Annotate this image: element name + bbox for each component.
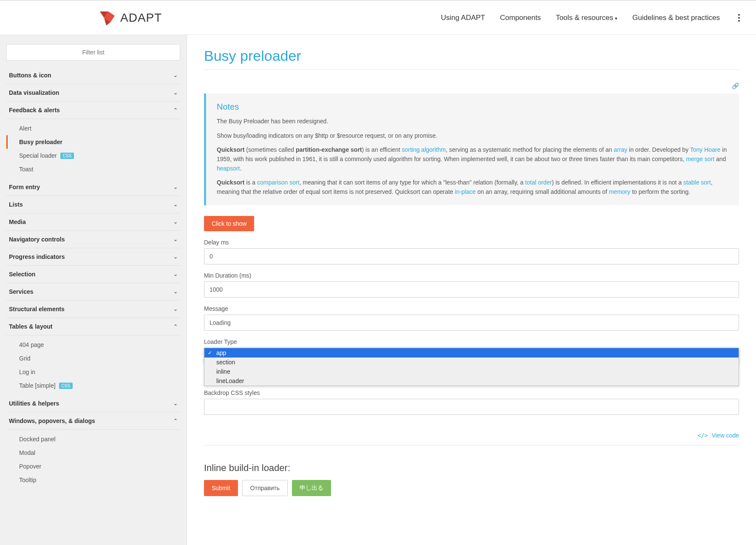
nav-tools-resources[interactable]: Tools & resources [556, 14, 617, 22]
sidebar-item-toast[interactable]: Toast [6, 162, 180, 176]
filter-input[interactable] [6, 44, 180, 60]
sidebar-item-modal[interactable]: Modal [6, 446, 180, 460]
backdrop-input[interactable] [204, 399, 739, 415]
link-memory[interactable]: memory [609, 188, 631, 195]
min-duration-input[interactable] [204, 281, 739, 298]
link-stable-sort[interactable]: stable sort [683, 179, 711, 186]
header: ADAPT Using ADAPT Components Tools & res… [0, 0, 756, 35]
chevron-down-icon: ⌄ [173, 202, 178, 207]
link-in-place[interactable]: in-place [455, 188, 476, 195]
sidebar-item-grid[interactable]: Grid [6, 352, 180, 365]
nav-using-adapt[interactable]: Using ADAPT [441, 14, 485, 22]
filter-search [6, 44, 180, 60]
delay-input[interactable] [204, 248, 739, 264]
chevron-down-icon: ⌄ [173, 184, 178, 190]
notes-p2: Show busy/loading indicators on any $htt… [217, 131, 728, 141]
loader-option-inline[interactable]: inline [204, 367, 739, 376]
sidebar-item-special-loader[interactable]: Special loaderCSS [6, 149, 180, 162]
chevron-down-icon: ⌄ [173, 72, 178, 78]
notes-p4: Quicksort is a comparison sort, meaning … [217, 178, 728, 196]
link-comparison-sort[interactable]: comparison sort [257, 179, 300, 186]
nav-guidelines[interactable]: Guidelines & best practices [632, 14, 720, 22]
chevron-down-icon: ⌄ [173, 271, 178, 277]
message-label: Message [204, 305, 739, 312]
logo-icon [98, 9, 117, 26]
sidebar-item-404[interactable]: 404 page [6, 338, 180, 352]
section-progress-indicators[interactable]: Progress indicators⌄ [6, 248, 180, 266]
nav-components[interactable]: Components [500, 14, 541, 22]
click-to-show-button[interactable]: Click to show [204, 216, 254, 231]
permalink-icon[interactable]: 🔗 [732, 82, 739, 89]
chevron-down-icon: ⌄ [173, 306, 178, 312]
chevron-down-icon: ⌄ [173, 236, 178, 242]
notes-heading: Notes [217, 102, 728, 112]
submit-button[interactable]: Submit [204, 480, 238, 496]
notes-panel: Notes The Busy Preloader has been redesi… [204, 94, 739, 205]
loader-type-label: Loader Type [204, 338, 739, 345]
section-form-entry[interactable]: Form entry⌄ [6, 179, 180, 196]
backdrop-label: Backdrop CSS styles [204, 389, 739, 396]
section-tables-layout[interactable]: Tables & layout⌃ [6, 318, 180, 335]
message-input[interactable] [204, 315, 739, 331]
loader-type-dropdown: app section inline lineLoader [204, 348, 739, 386]
chevron-up-icon: ⌃ [173, 324, 178, 329]
nav-menu: Using ADAPT Components Tools & resources… [441, 11, 743, 25]
notes-p1: The Busy Preloader has been redesigned. [217, 117, 728, 126]
chevron-down-icon: ⌄ [173, 254, 178, 260]
section-feedback-alerts[interactable]: Feedback & alerts⌃ [6, 102, 180, 119]
loader-option-section[interactable]: section [204, 358, 739, 367]
view-code-link[interactable]: View code [697, 432, 739, 439]
view-code-wrap: View code [204, 432, 739, 439]
link-merge-sort[interactable]: merge sort [686, 156, 714, 162]
section-structural-elements[interactable]: Structural elements⌄ [6, 301, 180, 318]
divider [204, 69, 739, 70]
submit-button-ru[interactable]: Отправить [242, 480, 288, 496]
section-utilities-helpers[interactable]: Utilities & helpers⌄ [6, 395, 180, 412]
sidebar-item-table-simple[interactable]: Table [simple]CSS [6, 379, 180, 392]
section-selection[interactable]: Selection⌄ [6, 266, 180, 283]
section-navigatory-controls[interactable]: Navigatory controls⌄ [6, 231, 180, 248]
chevron-up-icon: ⌃ [173, 418, 178, 424]
logo-text: ADAPT [120, 11, 162, 25]
section-media[interactable]: Media⌄ [6, 213, 180, 231]
link-sorting-algorithm[interactable]: sorting algorithm [402, 146, 446, 153]
chevron-down-icon: ⌄ [173, 90, 178, 96]
section-services[interactable]: Services⌄ [6, 283, 180, 301]
loader-option-app[interactable]: app [204, 348, 739, 358]
kebab-menu-icon[interactable] [735, 11, 743, 25]
sidebar-item-tooltip[interactable]: Tooltip [6, 473, 180, 487]
delay-label: Delay ms [204, 239, 739, 246]
logo[interactable]: ADAPT [98, 9, 162, 26]
sidebar-item-alert[interactable]: Alert [6, 122, 180, 135]
link-total-order[interactable]: total order [525, 179, 552, 186]
chevron-down-icon: ⌄ [173, 219, 178, 225]
link-array[interactable]: array [614, 146, 627, 153]
section-buttons-icon[interactable]: Buttons & icon⌄ [6, 67, 180, 84]
inline-loader-buttons: Submit Отправить 申し出る [204, 480, 739, 496]
chevron-down-icon: ⌄ [173, 400, 178, 406]
css-badge: CSS [60, 153, 74, 159]
section-data-visualization[interactable]: Data visualization⌄ [6, 84, 180, 102]
main-content: Busy preloader 🔗 Notes The Busy Preloade… [187, 35, 756, 545]
loader-option-lineloader[interactable]: lineLoader [204, 376, 739, 386]
sidebar-item-popover[interactable]: Popover [6, 460, 180, 473]
notes-p3: Quicksort (sometimes called partition-ex… [217, 145, 728, 173]
section-lists[interactable]: Lists⌄ [6, 196, 180, 213]
divider [204, 445, 739, 446]
page-title: Busy preloader [204, 48, 739, 64]
sidebar-item-login[interactable]: Log in [6, 365, 180, 379]
link-tony-hoare[interactable]: Tony Hoare [690, 146, 721, 153]
section-windows-items: Docked panel Modal Popover Tooltip [6, 430, 180, 489]
min-duration-label: Min Duration (ms) [204, 272, 739, 279]
section-feedback-alerts-items: Alert Busy preloader Special loaderCSS T… [6, 119, 180, 179]
chevron-up-icon: ⌃ [173, 107, 178, 113]
link-heapsort[interactable]: heapsort [217, 165, 240, 172]
section-windows-popovers-dialogs[interactable]: Windows, popovers, & dialogs⌃ [6, 412, 180, 430]
sidebar: Buttons & icon⌄ Data visualization⌄ Feed… [0, 35, 187, 545]
submit-button-jp[interactable]: 申し出る [292, 480, 331, 496]
inline-loader-title: Inline build-in loader: [204, 463, 739, 474]
sidebar-item-docked-panel[interactable]: Docked panel [6, 432, 180, 446]
section-tables-layout-items: 404 page Grid Log in Table [simple]CSS [6, 335, 180, 395]
sidebar-item-busy-preloader[interactable]: Busy preloader [6, 135, 180, 149]
chevron-down-icon: ⌄ [173, 289, 178, 295]
